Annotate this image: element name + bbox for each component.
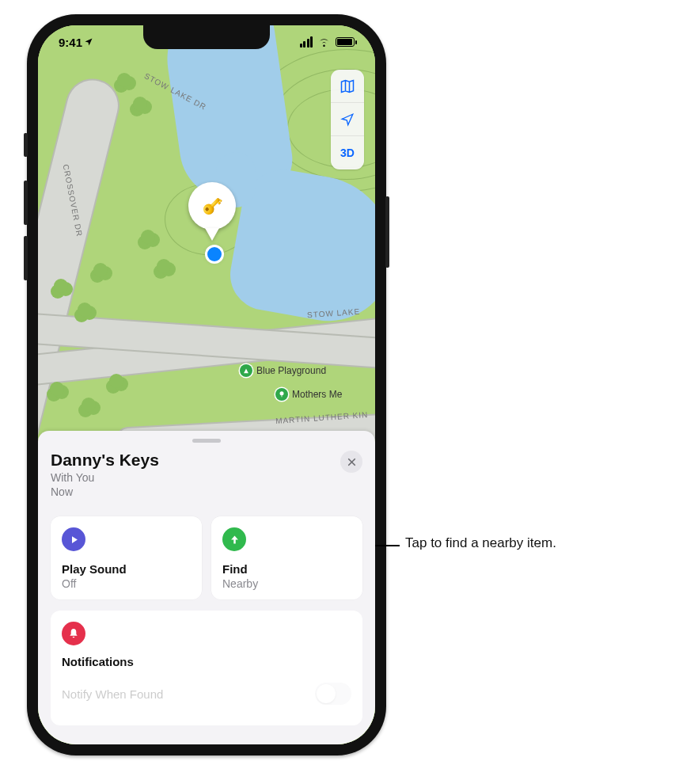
locate-me-button[interactable] xyxy=(331,103,364,136)
bell-icon xyxy=(62,622,85,645)
location-arrow-icon xyxy=(340,112,355,127)
notify-when-found-label: Notify When Found xyxy=(62,687,163,701)
notify-when-found-toggle[interactable] xyxy=(315,683,351,705)
find-label: Find xyxy=(222,562,351,576)
status-time-group: 9:41 xyxy=(59,36,93,49)
3d-toggle-button[interactable]: 3D xyxy=(331,136,364,169)
find-button[interactable]: Find Nearby xyxy=(211,516,362,599)
cellular-icon xyxy=(300,36,313,48)
location-services-icon xyxy=(84,37,93,47)
playground-icon xyxy=(240,364,252,377)
arrow-up-icon xyxy=(229,534,241,546)
poi-label: Blue Playground xyxy=(256,365,326,376)
power-button xyxy=(385,196,389,268)
notch xyxy=(143,25,270,49)
poi-mothers-me[interactable]: Mothers Me xyxy=(275,388,342,401)
volume-up-button xyxy=(24,181,28,225)
item-detail-sheet[interactable]: Danny's Keys With You Now Play Sound xyxy=(38,431,375,744)
screen: 9:41 xyxy=(38,25,375,744)
battery-icon xyxy=(336,37,355,47)
status-indicators xyxy=(300,36,355,48)
silent-switch xyxy=(24,133,28,157)
poi-blue-playground[interactable]: Blue Playground xyxy=(240,364,326,377)
play-sound-status: Off xyxy=(62,577,191,590)
phone-frame: 9:41 xyxy=(27,14,386,755)
volume-down-button xyxy=(24,236,28,280)
find-status: Nearby xyxy=(222,577,351,590)
notify-when-found-row[interactable]: Notify When Found xyxy=(62,683,351,705)
svg-rect-1 xyxy=(282,394,283,397)
map-icon xyxy=(340,78,355,94)
close-button[interactable] xyxy=(340,451,362,473)
status-time: 9:41 xyxy=(59,36,82,49)
play-icon xyxy=(68,534,80,546)
notifications-section: Notifications Notify When Found xyxy=(51,611,362,725)
tree-poi-icon xyxy=(275,388,288,401)
map-type-button[interactable] xyxy=(331,70,364,103)
user-location-dot xyxy=(207,247,222,261)
item-location-pin[interactable] xyxy=(188,182,236,230)
play-sound-label: Play Sound xyxy=(62,562,191,576)
sheet-grabber[interactable] xyxy=(192,439,221,443)
key-icon xyxy=(198,192,226,220)
close-icon xyxy=(347,457,357,467)
play-sound-button[interactable]: Play Sound Off xyxy=(51,516,202,599)
notifications-label: Notifications xyxy=(62,655,351,668)
callout-text: Tap to find a nearby item. xyxy=(405,535,556,551)
map-controls: 3D xyxy=(331,70,364,169)
item-title: Danny's Keys xyxy=(51,451,159,470)
3d-label: 3D xyxy=(340,147,355,159)
item-updated: Now xyxy=(51,485,73,498)
poi-label: Mothers Me xyxy=(292,389,342,400)
wifi-icon xyxy=(317,37,331,48)
item-distance: With You xyxy=(51,471,94,484)
